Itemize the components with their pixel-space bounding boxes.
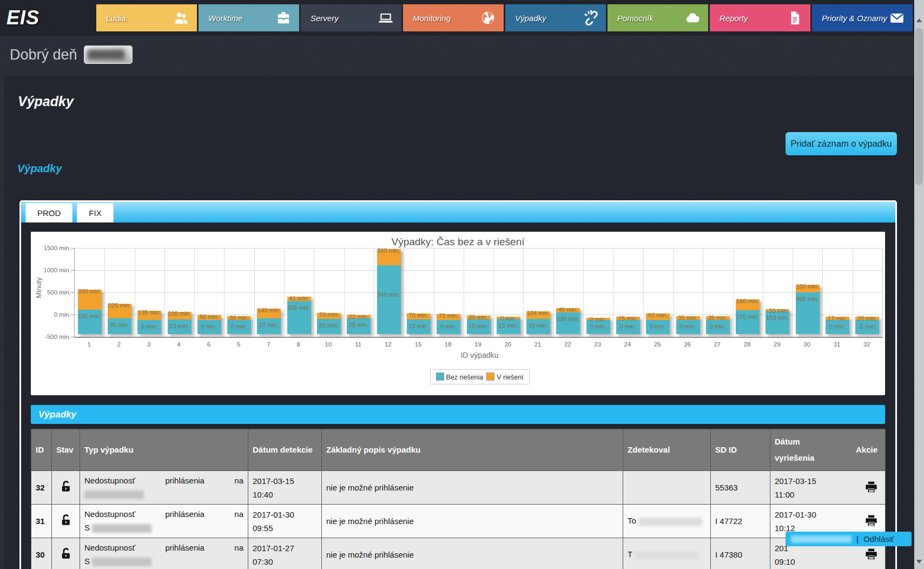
laptop-icon <box>378 10 394 26</box>
nav-item-monitoring[interactable]: Monitoring <box>403 4 504 31</box>
logout-button[interactable]: Odhlásiť <box>863 534 894 544</box>
gridline-h <box>75 292 882 293</box>
x-tick-label: 30 <box>792 341 822 348</box>
nav-item-servery[interactable]: Servery <box>301 4 401 31</box>
bar-group-8 <box>287 297 311 334</box>
nav-item-pomocnik[interactable]: Pomocník <box>608 4 708 31</box>
add-outage-record-button[interactable]: Pridať záznam o výpadku <box>786 132 897 155</box>
bar-value-bez-riesenia: 335 min. <box>283 304 315 311</box>
report-icon <box>787 10 803 26</box>
nav-item-ludia[interactable]: Ľudia <box>96 4 197 31</box>
bar-value-bez-riesenia: 10 min. <box>463 323 494 329</box>
nav-item-label: Servery <box>311 14 339 23</box>
bar-value-v-rieseni: 0 min. <box>583 316 614 323</box>
cell-typ-vypadku: Nedostupnosťprihláseniana <box>80 471 248 505</box>
chart-plot-area: 330 min.185 min.225 min.30 min.135 min.0… <box>74 248 883 338</box>
datum-detekcie-date: 2017-03-15 <box>253 476 317 486</box>
bar-value-bez-riesenia: 0 min. <box>223 323 255 330</box>
x-tick-label: 21 <box>523 341 553 348</box>
x-tick-label: 24 <box>612 341 643 348</box>
bar-value-v-rieseni: 160 min. <box>732 298 763 304</box>
typ-word: prihlásenia <box>165 476 204 485</box>
nav-item-reporty[interactable]: Reporty <box>710 4 810 31</box>
scrollbar-down-arrow-icon[interactable] <box>916 560 922 564</box>
lock-open-icon <box>60 520 72 529</box>
cell-zdetekoval <box>623 471 711 505</box>
bar-value-v-rieseni: 82 min. <box>642 312 674 318</box>
x-tick-label: 32 <box>852 341 882 348</box>
nav-item-worktime[interactable]: Worktime <box>199 4 299 31</box>
zdetekoval-redacted <box>635 551 698 560</box>
cell-id: 31 <box>31 505 52 538</box>
legend-swatch <box>486 372 494 381</box>
typ-line1: Nedostupnosťprihláseniana <box>84 476 243 485</box>
bar-value-v-rieseni: 50 min. <box>194 313 225 320</box>
bar-value-v-rieseni: 35 min. <box>702 315 734 321</box>
cell-sd-id: I 47380 <box>711 538 770 569</box>
nav-item-vypadky[interactable]: Výpadky <box>505 4 606 31</box>
typ-line2-prefix: S <box>84 523 92 532</box>
bar-value-bez-riesenia: 153 min. <box>762 315 793 321</box>
x-tick-label: 26 <box>672 341 703 348</box>
y-tick-label: 0 min. <box>33 311 71 318</box>
bar-value-v-rieseni: 0 min. <box>493 315 524 322</box>
scrollbar-up-arrow-icon[interactable] <box>916 18 922 22</box>
nav-item-priority-and-oznamy[interactable]: Priority & Oznamy <box>812 4 913 31</box>
bar-value-bez-riesenia: 170 min. <box>732 313 763 320</box>
typ-line2: S <box>84 523 243 533</box>
bar-value-v-rieseni: 30 min. <box>463 314 494 321</box>
print-button[interactable] <box>864 547 879 563</box>
table-title-bar: Výpadky <box>31 405 885 424</box>
typ-line2-redacted <box>84 490 144 499</box>
x-tick-label: 29 <box>762 341 792 348</box>
tab-prod[interactable]: PROD <box>25 203 72 223</box>
chart-y-axis-label: Minuty <box>35 272 43 304</box>
x-tick-label: 6 <box>194 341 224 348</box>
x-tick-label: 8 <box>283 341 314 348</box>
lock-open-icon <box>60 553 72 563</box>
cell-sd-id: I 47722 <box>711 505 770 538</box>
cell-datum-vyriesenia-akcie: 2017-03-1511:00 <box>770 471 886 505</box>
bar-value-bez-riesenia: 0 min. <box>583 323 614 330</box>
table-header-row: IDStavTyp výpadkuDátum detekcieZákladný … <box>31 429 886 471</box>
x-tick-label: 18 <box>433 341 463 348</box>
print-button[interactable] <box>864 513 879 529</box>
typ-word: na <box>234 476 243 485</box>
bar-value-v-rieseni: 225 min. <box>104 302 135 309</box>
legend-item: V riešení <box>486 372 523 381</box>
datum-vyriesenia-date: 2017-01-30 <box>775 510 816 519</box>
page-scrollbar[interactable] <box>914 0 924 569</box>
typ-line2-prefix: S <box>84 557 92 566</box>
tab-fix[interactable]: FIX <box>77 203 113 223</box>
nav-item-label: Priority & Oznamy <box>822 14 887 23</box>
gridline-h <box>75 248 882 248</box>
bar-value-v-rieseni: 40 min. <box>552 306 584 313</box>
bar-value-v-rieseni: 135 min. <box>134 309 165 316</box>
bar-value-bez-riesenia: 0 min. <box>433 323 464 330</box>
bar-value-bez-riesenia: 30 min. <box>104 322 135 328</box>
typ-word: Nedostupnosť <box>84 476 135 485</box>
scrollbar-thumb[interactable] <box>915 28 923 185</box>
nav-item-label: Monitoring <box>413 14 451 23</box>
typ-line1: Nedostupnosťprihláseniana <box>84 543 243 552</box>
cell-id: 30 <box>31 538 52 569</box>
column-header-3: Dátum detekcie <box>248 429 322 471</box>
redaction-smudge <box>87 49 125 60</box>
typ-line2-redacted <box>92 524 151 533</box>
bar-value-bez-riesenia: 0 min. <box>642 323 674 330</box>
cell-typ-vypadku: NedostupnosťprihlásenianaS <box>80 505 248 538</box>
bar-value-bez-riesenia: 0 min. <box>612 323 644 330</box>
bar-value-v-rieseni: 70 min. <box>313 311 345 318</box>
bar-value-bez-riesenia: 0 min. <box>822 323 853 330</box>
datum-detekcie-date: 2017-01-27 <box>253 544 317 553</box>
bar-value-bez-riesenia: 130 min. <box>552 316 584 322</box>
bar-value-v-rieseni: 330 min. <box>74 288 105 295</box>
nav-item-label: Reporty <box>720 14 748 23</box>
print-button[interactable] <box>864 480 879 496</box>
column-header-4: Základný popis výpadku <box>322 429 623 471</box>
bar-value-bez-riesenia: 185 min. <box>74 313 105 319</box>
bar-value-v-rieseni: 30 min. <box>223 315 255 321</box>
x-tick-label: 31 <box>822 341 852 348</box>
x-tick-label: 2 <box>104 341 134 348</box>
gridline-v <box>793 248 793 337</box>
